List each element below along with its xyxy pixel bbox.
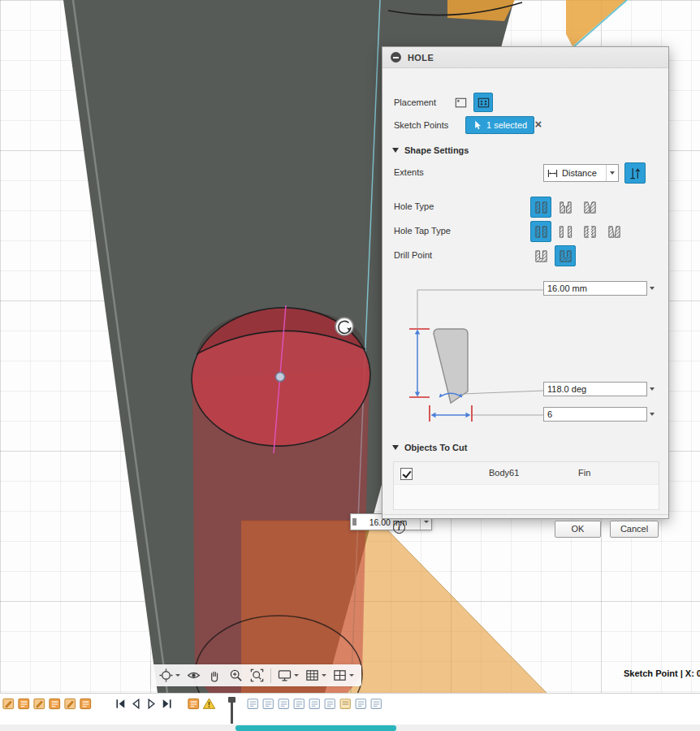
objects-to-cut-section[interactable]: Objects To Cut bbox=[392, 440, 467, 455]
tap-clearance-button[interactable] bbox=[555, 221, 576, 242]
dropdown-caret bbox=[349, 674, 354, 677]
timeline-step-forward-icon[interactable] bbox=[145, 697, 158, 711]
move-manipulator-icon[interactable] bbox=[335, 318, 353, 335]
timeline-feature-outline-icon[interactable] bbox=[308, 697, 322, 711]
navigation-toolbar bbox=[151, 664, 361, 686]
cursor-icon bbox=[473, 120, 483, 131]
timeline-position-marker[interactable] bbox=[227, 697, 236, 725]
timeline-warning-icon[interactable] bbox=[202, 697, 216, 711]
viewports-button[interactable] bbox=[332, 668, 354, 683]
ok-button[interactable]: OK bbox=[555, 521, 601, 538]
navbar-separator bbox=[270, 668, 271, 683]
depth-dropdown-caret[interactable] bbox=[650, 287, 655, 290]
angle-field-row bbox=[543, 382, 655, 396]
zoom-button[interactable] bbox=[228, 668, 244, 683]
dropdown-caret bbox=[424, 521, 429, 523]
hole-dialog-header[interactable]: HOLE bbox=[382, 47, 668, 68]
info-icon[interactable] bbox=[393, 521, 405, 534]
orange-body-top-b[interactable] bbox=[566, 0, 626, 46]
pan-icon bbox=[207, 668, 223, 683]
extents-label: Extents bbox=[394, 162, 424, 182]
hole-type-options bbox=[530, 197, 600, 218]
timeline-scrollbar[interactable] bbox=[235, 725, 396, 731]
timeline-feature-icon[interactable] bbox=[187, 697, 201, 711]
display-settings-button[interactable] bbox=[277, 668, 299, 683]
extents-dropdown[interactable]: Distance bbox=[543, 164, 619, 182]
timeline-feature-outline-icon[interactable] bbox=[292, 697, 306, 711]
timeline-feature-icon[interactable] bbox=[48, 697, 62, 711]
orbit-button[interactable] bbox=[158, 668, 180, 683]
objects-to-cut-list: Body61 Fin bbox=[393, 461, 659, 510]
body-name: Body61 bbox=[489, 462, 519, 484]
depth-field-row bbox=[543, 281, 655, 296]
timeline-feature-outline-icon[interactable] bbox=[277, 697, 291, 711]
timeline-sketch-icon[interactable] bbox=[2, 697, 15, 711]
dropdown-caret bbox=[175, 674, 180, 677]
drill-flat-button[interactable] bbox=[530, 245, 551, 266]
tap-taper-tapped-button[interactable] bbox=[603, 221, 624, 242]
timeline-scroll-track[interactable] bbox=[0, 725, 700, 731]
sketch-point[interactable] bbox=[276, 373, 285, 382]
timeline-bar bbox=[0, 693, 700, 731]
drill-point-options bbox=[530, 245, 576, 266]
grid-display-icon bbox=[305, 668, 320, 683]
tap-simple-button[interactable] bbox=[530, 221, 551, 242]
component-name: Fin bbox=[578, 462, 590, 484]
timeline-feature-outline-icon[interactable] bbox=[246, 697, 260, 711]
orbit-icon bbox=[158, 668, 174, 683]
drill-angle-button[interactable] bbox=[555, 245, 576, 266]
timeline-skip-start-icon[interactable] bbox=[114, 697, 127, 711]
placement-label: Placement bbox=[394, 93, 436, 112]
timeline-sketch-icon[interactable] bbox=[63, 697, 77, 711]
timeline-feature-icon[interactable] bbox=[17, 697, 31, 711]
hole-dialog: HOLE Placement Sketch Points 1 selected … bbox=[382, 46, 669, 519]
hole-countersink-button[interactable] bbox=[579, 197, 600, 218]
footer-divider bbox=[382, 514, 668, 515]
timeline-step-back-icon[interactable] bbox=[129, 697, 143, 711]
angle-dropdown-caret[interactable] bbox=[650, 387, 655, 391]
extents-value: Distance bbox=[559, 168, 606, 178]
orange-body-top-a[interactable] bbox=[447, 0, 515, 21]
cancel-button[interactable]: Cancel bbox=[610, 521, 659, 538]
timeline-feature-outline-icon[interactable] bbox=[354, 697, 368, 711]
hole-tap-type-options bbox=[530, 221, 624, 242]
timeline-feature-outline-icon[interactable] bbox=[369, 697, 383, 711]
timeline-feature-outline-icon[interactable] bbox=[323, 697, 337, 711]
tap-tapped-button[interactable] bbox=[579, 221, 600, 242]
hole-counterbore-button[interactable] bbox=[555, 197, 576, 218]
angle-input[interactable] bbox=[543, 382, 647, 396]
depth-input[interactable] bbox=[543, 281, 647, 296]
hole-dialog-icon bbox=[391, 52, 401, 63]
extents-caret bbox=[606, 165, 618, 181]
status-text: Sketch Point | X: 0 bbox=[624, 668, 700, 681]
distance-icon bbox=[547, 167, 559, 180]
clear-selection-icon[interactable] bbox=[532, 116, 545, 132]
placement-multiple-button[interactable] bbox=[473, 93, 493, 112]
sketch-points-label: Sketch Points bbox=[394, 115, 448, 135]
diameter-field-row bbox=[543, 407, 655, 422]
placement-single-button[interactable] bbox=[451, 93, 470, 112]
dialog-title: HOLE bbox=[408, 53, 434, 63]
objects-checkbox[interactable] bbox=[400, 468, 413, 480]
pan-button[interactable] bbox=[207, 668, 223, 683]
fit-button[interactable] bbox=[249, 668, 265, 683]
objects-to-cut-label: Objects To Cut bbox=[404, 443, 467, 452]
timeline-feature-icon[interactable] bbox=[79, 697, 93, 711]
collapse-arrow-icon bbox=[392, 148, 399, 153]
diameter-input[interactable] bbox=[543, 407, 647, 422]
timeline-feature-gold-icon[interactable] bbox=[339, 697, 352, 711]
shape-settings-section[interactable]: Shape Settings bbox=[392, 143, 469, 158]
sketch-points-count: 1 selected bbox=[486, 120, 527, 130]
flip-direction-button[interactable] bbox=[624, 162, 646, 184]
timeline-sketch-icon[interactable] bbox=[32, 697, 46, 711]
look-at-button[interactable] bbox=[186, 668, 201, 683]
drill-point-label: Drill Point bbox=[394, 245, 432, 265]
sketch-points-selected-button[interactable]: 1 selected bbox=[465, 116, 534, 134]
hole-simple-button[interactable] bbox=[530, 197, 551, 218]
timeline-skip-end-icon[interactable] bbox=[160, 697, 174, 711]
grid-display-button[interactable] bbox=[305, 668, 326, 683]
viewports-icon bbox=[332, 668, 348, 683]
diameter-dropdown-caret[interactable] bbox=[650, 413, 655, 416]
list-item[interactable]: Body61 Fin bbox=[394, 462, 659, 485]
timeline-feature-outline-icon[interactable] bbox=[261, 697, 275, 711]
